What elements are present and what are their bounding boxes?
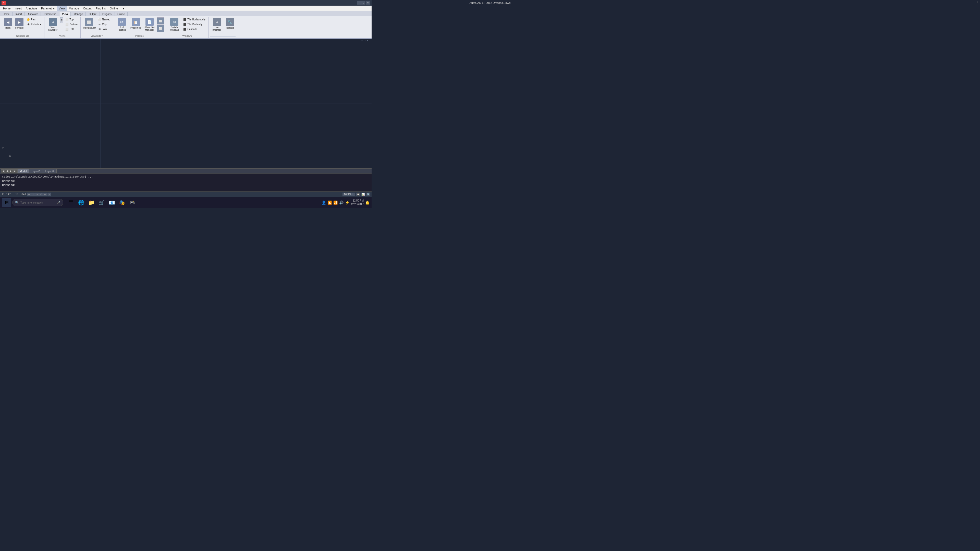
menu-output[interactable]: Output (81, 6, 94, 11)
tray-chevron[interactable]: 🔼 (328, 200, 332, 205)
taskbar-store[interactable]: 🛒 (97, 198, 106, 207)
taskbar-app-6[interactable]: 🎮 (127, 198, 137, 207)
status-icon-6[interactable]: ≡ (48, 192, 51, 196)
view-manager-button[interactable]: 🖥 View Manager (46, 17, 60, 32)
extents-button[interactable]: ⊕ Extents ▾ (25, 22, 43, 27)
status-icon-4[interactable]: ∅ (39, 192, 43, 196)
extents-icon: ⊕ (27, 23, 30, 26)
left-view-button[interactable]: ⬜ Left (64, 27, 79, 32)
windows-label: Windows (167, 34, 207, 37)
ui-group-label (210, 37, 235, 37)
tray-clock: 12:50 PM 12/29/2017 (351, 199, 364, 206)
tab-insert[interactable]: Insert (13, 12, 25, 16)
views-scroll[interactable]: ▲ ▼ (60, 17, 63, 23)
status-icon-3[interactable]: ⊿ (35, 192, 39, 196)
status-icon-5[interactable]: ⊕ (43, 192, 47, 196)
tab-layout1[interactable]: Layout1 (29, 169, 43, 173)
status-coords: 11.1425, 11.3341 (2, 193, 26, 196)
top-view-button[interactable]: ⬜ Top (64, 17, 79, 22)
tab-parametric[interactable]: Parametric (41, 12, 59, 16)
menu-view[interactable]: View (57, 6, 67, 11)
pan-button[interactable]: ✋ Pan (25, 17, 43, 22)
status-right-icon-2[interactable]: 📊 (361, 192, 365, 196)
windows-items: ⧉ Switch Windows ⬛ Tile Horizontally ⬛ T… (167, 17, 207, 33)
tab-output[interactable]: Output (86, 12, 99, 16)
clip-button[interactable]: ✂ Clip (97, 22, 111, 27)
top-view-icon: ⬜ (65, 18, 68, 21)
tab-layout2[interactable]: Layout2 (43, 169, 57, 173)
status-icon-2[interactable]: ⌖ (31, 192, 35, 196)
tab-view[interactable]: View (59, 12, 71, 17)
taskbar-edge[interactable]: 🌐 (76, 198, 86, 207)
tray-speaker-icon[interactable]: 🔊 (339, 200, 344, 205)
menu-manage[interactable]: Manage (67, 6, 81, 11)
tab-home[interactable]: Home (0, 12, 13, 16)
minimize-button[interactable]: ─ (357, 1, 361, 5)
taskbar-search-input[interactable] (21, 201, 55, 204)
toolbars-icon: 🔧 (226, 18, 234, 26)
status-icon-1[interactable]: ⊞ (27, 192, 30, 196)
tray-power-icon[interactable]: ⚡ (345, 200, 349, 205)
tile-horizontally-button[interactable]: ⬛ Tile Horizontally (182, 17, 207, 22)
menu-online[interactable]: Online (108, 6, 120, 11)
taskbar-app-5[interactable]: 🎭 (118, 198, 127, 207)
taskbar: ⊞ 🔍 🎤 🗔 🌐 📁 🛒 📧 🎭 🎮 👤 🔼 📶 🔊 ⚡ 12:50 PM 1… (0, 197, 372, 208)
clip-label: Clip (102, 23, 107, 26)
tray-user-icon[interactable]: 👤 (321, 200, 326, 205)
properties-button[interactable]: 📋 Properties (129, 17, 142, 32)
tab-nav-last[interactable]: ▶| (13, 169, 17, 173)
user-interface-button[interactable]: 🖥 User Interface (210, 17, 224, 32)
join-button[interactable]: ⊞ Join (97, 27, 111, 32)
join-label: Join (102, 28, 107, 30)
bottom-view-label: Bottom (69, 23, 78, 26)
menu-plugins[interactable]: Plug-ins (94, 6, 108, 11)
taskbar-task-view[interactable]: 🗔 (66, 198, 76, 207)
toolbars-button[interactable]: 🔧 Toolbars (224, 17, 235, 32)
viewport-hline (0, 103, 372, 104)
forward-button[interactable]: ▶ Forward (14, 17, 25, 32)
ribbon-group-navigate2d: ◀ Back ▶ Forward ✋ Pan ⊕ Extents ▾ (1, 17, 45, 38)
named-viewport-button[interactable]: ⬜ Named (97, 17, 111, 22)
tab-nav-prev[interactable]: ◀ (5, 169, 9, 173)
tab-plugins[interactable]: Plug-ins (100, 12, 115, 16)
sheet-set-manager-button[interactable]: 📄 Sheet Set Manager (143, 17, 156, 32)
cascade-button[interactable]: ⬛ Cascade (182, 27, 207, 32)
tab-nav-next[interactable]: ▶ (9, 169, 13, 173)
menu-parametric[interactable]: Parametric (39, 6, 57, 11)
tab-nav-first[interactable]: |◀ (1, 169, 5, 173)
back-button[interactable]: ◀ Back (3, 17, 13, 32)
tool-palettes-button[interactable]: 🗂 Tool Palettes (115, 17, 129, 32)
menu-annotate[interactable]: Annotate (24, 6, 39, 11)
x-label: X (9, 155, 11, 157)
ribbon-group-palettes: 🗂 Tool Palettes 📋 Properties 📄 Sheet Set… (113, 17, 166, 38)
extents-label: Extents ▾ (31, 23, 41, 26)
taskbar-explorer[interactable]: 📁 (87, 198, 96, 207)
status-right-icon-1[interactable]: 🔲 (356, 192, 360, 196)
tab-online[interactable]: Online (115, 12, 127, 16)
taskbar-tray: 👤 🔼 📶 🔊 ⚡ 12:50 PM 12/29/2017 🔔 (321, 199, 369, 206)
maximize-button[interactable]: □ (361, 1, 366, 5)
bottom-view-button[interactable]: ⬜ Bottom (64, 22, 79, 27)
back-label: Back (5, 27, 11, 29)
taskbar-search-box[interactable]: 🔍 🎤 (12, 199, 63, 206)
user-interface-label: User Interface (211, 26, 223, 32)
tile-vertically-button[interactable]: ⬛ Tile Vertically (182, 22, 207, 27)
tray-notification-icon[interactable]: 🔔 (365, 200, 369, 205)
start-button[interactable]: ⊞ (2, 198, 11, 207)
tab-model[interactable]: Model (18, 169, 29, 173)
switch-windows-button[interactable]: ⧉ Switch Windows (167, 17, 181, 32)
close-button[interactable]: ✕ (366, 1, 370, 5)
status-right-icon-3[interactable]: 🔍 (366, 192, 370, 196)
menu-extra[interactable]: ▼ (120, 6, 127, 11)
rectangular-button[interactable]: ⬜ Rectangular (82, 17, 96, 32)
sheet-set-label: Sheet Set Manager (144, 26, 155, 32)
rectangular-label: Rectangular (83, 27, 95, 29)
taskbar-mail[interactable]: 📧 (107, 198, 116, 207)
menu-home[interactable]: Home (1, 6, 13, 11)
menu-insert[interactable]: Insert (13, 6, 24, 11)
command-input-line[interactable]: Command: (2, 183, 369, 187)
tab-annotate[interactable]: Annotate (25, 12, 41, 16)
tray-network-icon[interactable]: 📶 (333, 200, 338, 205)
tab-manage[interactable]: Manage (71, 12, 86, 16)
cascade-label: Cascade (187, 28, 197, 30)
